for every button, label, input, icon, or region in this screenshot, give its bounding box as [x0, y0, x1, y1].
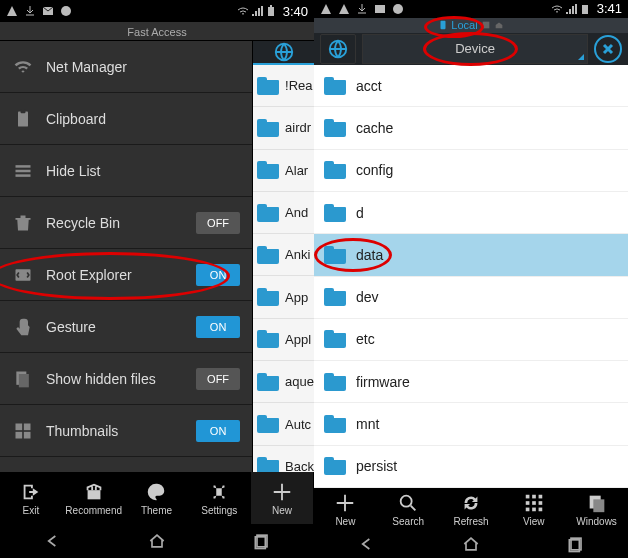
folder-label: firmware: [356, 374, 410, 390]
svg-rect-34: [532, 507, 536, 511]
btn-label: New: [335, 516, 355, 527]
nav-recent-icon[interactable]: [251, 531, 273, 551]
phone-icon: [438, 20, 448, 30]
fast-access-item-gesture[interactable]: Gesture ON: [0, 301, 252, 353]
partial-folder-row[interactable]: And: [253, 192, 314, 234]
svg-rect-17: [87, 490, 100, 499]
fast-access-item-net-manager[interactable]: Net Manager: [0, 41, 252, 93]
fa-label: Recycle Bin: [46, 215, 184, 231]
breadcrumb-local: Local: [451, 19, 477, 31]
fast-access-item-clipboard[interactable]: Clipboard: [0, 93, 252, 145]
partial-folder-row[interactable]: airdr: [253, 107, 314, 149]
fast-access-item-thumbnails[interactable]: Thumbnails ON: [0, 405, 252, 457]
mail-icon: [42, 5, 54, 17]
btn-label: Refresh: [453, 516, 488, 527]
folder-row-persist[interactable]: persist: [314, 446, 628, 488]
partial-folder-row[interactable]: Appl: [253, 319, 314, 361]
toggle-off[interactable]: OFF: [196, 368, 240, 390]
partial-folder-row[interactable]: Autc: [253, 403, 314, 445]
wifi-icon: [12, 56, 34, 78]
search-button[interactable]: Search: [377, 492, 440, 527]
folder-row-cache[interactable]: cache: [314, 107, 628, 149]
folder-row-acct[interactable]: acct: [314, 65, 628, 107]
folder-label: Back: [285, 459, 314, 472]
folder-label: App: [285, 290, 308, 305]
folder-label: And: [285, 205, 308, 220]
folder-list[interactable]: acctcacheconfigddatadevetcfirmwaremntper…: [314, 65, 628, 488]
toggle-on[interactable]: ON: [196, 316, 240, 338]
btn-label: Exit: [23, 505, 40, 516]
svg-rect-2: [268, 7, 274, 16]
svg-rect-29: [538, 494, 542, 498]
folder-label: etc: [356, 331, 375, 347]
view-button[interactable]: View: [502, 492, 565, 527]
svg-rect-24: [482, 22, 489, 29]
folder-label: airdr: [285, 120, 311, 135]
folder-row-config[interactable]: config: [314, 150, 628, 192]
wifi-icon: [551, 3, 563, 15]
root-icon: [12, 264, 34, 286]
partial-folder-row[interactable]: !Rea: [253, 65, 314, 107]
nav-back-icon[interactable]: [41, 531, 63, 551]
thumbnails-icon: [12, 420, 34, 442]
bottom-toolbar-left: Exit Recommend Theme Settings New: [0, 472, 314, 524]
folder-label: Appl: [285, 332, 311, 347]
fast-access-item-recycle-bin[interactable]: Recycle Bin OFF: [0, 197, 252, 249]
globe-tab-button[interactable]: [320, 34, 356, 64]
nav-home-icon[interactable]: [460, 534, 482, 554]
svg-rect-8: [16, 174, 31, 177]
close-tab-button[interactable]: [594, 35, 622, 63]
folder-label: cache: [356, 120, 393, 136]
settings-button[interactable]: Settings: [188, 472, 251, 524]
theme-button[interactable]: Theme: [126, 472, 189, 524]
fast-access-item-show-hidden[interactable]: Show hidden files OFF: [0, 353, 252, 405]
btn-label: Recommend: [65, 505, 122, 516]
partial-folder-strip: !ReaairdrAlarAndAnkiAppApplaqueAutcBack: [252, 41, 314, 472]
battery-icon: [265, 5, 277, 17]
svg-rect-27: [526, 494, 530, 498]
fast-access-item-root-explorer[interactable]: Root Explorer ON: [0, 249, 252, 301]
toggle-on[interactable]: ON: [196, 420, 240, 442]
folder-icon: [257, 288, 279, 306]
partial-folder-row[interactable]: Back: [253, 446, 314, 472]
svg-point-26: [401, 495, 412, 506]
nav-recent-icon[interactable]: [565, 534, 587, 554]
folder-row-dev[interactable]: dev: [314, 277, 628, 319]
refresh-button[interactable]: Refresh: [440, 492, 503, 527]
folder-row-firmware[interactable]: firmware: [314, 361, 628, 403]
partial-folder-row[interactable]: App: [253, 276, 314, 318]
nav-home-icon[interactable]: [146, 531, 168, 551]
folder-icon: [257, 77, 279, 95]
fa-label: Clipboard: [46, 111, 240, 127]
tab-indicator[interactable]: [253, 41, 314, 65]
folder-row-etc[interactable]: etc: [314, 319, 628, 361]
recommend-button[interactable]: Recommend: [63, 472, 126, 524]
folder-icon: [324, 373, 346, 391]
exit-button[interactable]: Exit: [0, 472, 63, 524]
warning-icon: [6, 5, 18, 17]
fa-label: Root Explorer: [46, 267, 184, 283]
folder-row-d[interactable]: d: [314, 192, 628, 234]
windows-button[interactable]: Windows: [565, 492, 628, 527]
location-dropdown[interactable]: Device: [362, 34, 588, 64]
partial-folder-row[interactable]: aque: [253, 361, 314, 403]
folder-label: data: [356, 247, 383, 263]
toggle-on[interactable]: ON: [196, 264, 240, 286]
breadcrumb-bar[interactable]: Local: [314, 18, 628, 33]
folder-row-data[interactable]: data: [314, 234, 628, 276]
toggle-off[interactable]: OFF: [196, 212, 240, 234]
folder-icon: [324, 77, 346, 95]
new-button[interactable]: New: [251, 472, 314, 524]
svg-point-1: [61, 6, 71, 16]
svg-rect-31: [532, 501, 536, 505]
folder-row-mnt[interactable]: mnt: [314, 403, 628, 445]
partial-folder-row[interactable]: Anki: [253, 234, 314, 276]
partial-folder-row[interactable]: Alar: [253, 150, 314, 192]
nav-back-icon[interactable]: [355, 534, 377, 554]
new-button[interactable]: New: [314, 492, 377, 527]
clipboard-icon: [12, 108, 34, 130]
warning-icon: [320, 3, 332, 15]
list-icon: [12, 160, 34, 182]
folder-icon: [324, 457, 346, 475]
fast-access-item-hide-list[interactable]: Hide List: [0, 145, 252, 197]
